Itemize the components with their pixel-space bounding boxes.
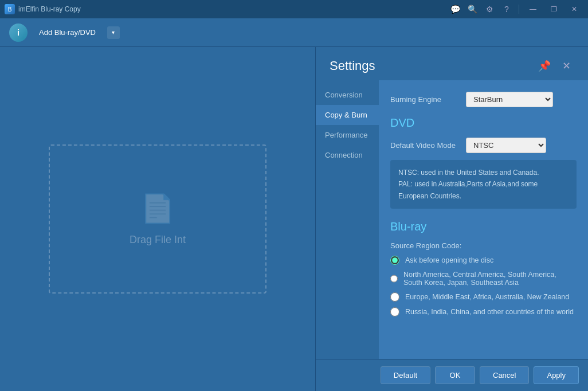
video-mode-select[interactable]: NTSC PAL <box>466 138 546 153</box>
settings-title: Settings <box>330 58 375 73</box>
titlebar: B imElfin Blu-ray Copy 💬 🔍 ⚙ ? — ❐ ✕ <box>0 0 588 18</box>
radio-ask-label: Ask before opening the disc <box>405 256 493 264</box>
burning-engine-row: Burning Engine StarBurn ImgBurn Windows … <box>390 92 577 107</box>
drop-icon: 📄 <box>140 193 175 225</box>
settings-header-controls: 📌 ✕ <box>535 58 574 73</box>
nav-item-performance[interactable]: Performance <box>316 125 379 145</box>
dvd-title: DVD <box>390 116 577 130</box>
help-icon-btn[interactable]: ? <box>499 3 514 15</box>
video-mode-info: NTSC: used in the United States and Cana… <box>390 160 577 209</box>
dvd-section: DVD Default Video Mode NTSC PAL NTSC: us… <box>390 116 577 209</box>
radio-region3[interactable]: Russia, India, China, and other countrie… <box>390 307 577 316</box>
titlebar-left: B imElfin Blu-ray Copy <box>5 4 81 14</box>
settings-pin-button[interactable]: 📌 <box>535 58 554 73</box>
radio-region2[interactable]: Europe, Middle East, Africa, Australia, … <box>390 292 577 302</box>
video-mode-row: Default Video Mode NTSC PAL <box>390 138 577 153</box>
settings-footer: Default OK Cancel Apply <box>316 359 588 391</box>
minimize-button[interactable]: — <box>524 3 542 15</box>
settings-close-button[interactable]: ✕ <box>559 58 574 73</box>
source-region-label: Source Region Code: <box>390 241 577 250</box>
info-line-2: PAL: used in Australia,Parts of Asia,and… <box>398 178 569 202</box>
radio-region1-label: North America, Central America, South Am… <box>403 271 577 287</box>
default-button[interactable]: Default <box>381 366 430 384</box>
radio-region2-input[interactable] <box>390 292 399 302</box>
info-line-1: NTSC: used in the United States and Cana… <box>398 167 569 178</box>
burning-engine-select[interactable]: StarBurn ImgBurn Windows Default <box>466 92 553 107</box>
divider <box>519 5 519 14</box>
maximize-button[interactable]: ❐ <box>544 3 563 15</box>
search-icon-btn[interactable]: 🔍 <box>465 3 480 15</box>
add-button-label: Add Blu-ray/DVD <box>39 28 96 37</box>
settings-nav: Conversion Copy & Burn Performance Conne… <box>316 80 379 359</box>
video-mode-label: Default Video Mode <box>390 141 459 150</box>
radio-region3-label: Russia, India, China, and other countrie… <box>405 308 574 316</box>
region-code-radio-group: Ask before opening the disc North Americ… <box>390 256 577 316</box>
close-icon: ✕ <box>562 60 571 72</box>
chat-icon-btn[interactable]: 💬 <box>448 3 462 15</box>
app-icon: B <box>5 4 15 14</box>
bluray-title: Blu-ray <box>390 220 577 233</box>
titlebar-toolbar-icons: 💬 🔍 ⚙ ? — ❐ ✕ <box>448 3 583 15</box>
main-area: 📄 Drag File Int Settings 📌 ✕ Conversion <box>0 47 588 391</box>
settings-icon-btn[interactable]: ⚙ <box>482 3 497 15</box>
radio-region1-input[interactable] <box>390 274 398 283</box>
add-dropdown-button[interactable]: ▾ <box>107 26 120 39</box>
drop-zone[interactable]: 📄 Drag File Int <box>49 144 266 294</box>
settings-body: Conversion Copy & Burn Performance Conne… <box>316 80 588 359</box>
radio-region1[interactable]: North America, Central America, South Am… <box>390 271 577 287</box>
radio-ask[interactable]: Ask before opening the disc <box>390 256 577 265</box>
radio-region3-input[interactable] <box>390 307 399 316</box>
toolbar: i Add Blu-ray/DVD ▾ <box>0 18 588 47</box>
drop-text: Drag File Int <box>130 234 186 246</box>
app-logo: i <box>9 24 28 42</box>
pin-icon: 📌 <box>538 60 551 72</box>
settings-panel: Settings 📌 ✕ Conversion Copy & Burn <box>315 47 588 391</box>
close-button[interactable]: ✕ <box>565 3 583 15</box>
nav-item-conversion[interactable]: Conversion <box>316 85 379 105</box>
nav-item-connection[interactable]: Connection <box>316 145 379 165</box>
burning-engine-label: Burning Engine <box>390 95 459 104</box>
add-bluray-dvd-button[interactable]: Add Blu-ray/DVD <box>34 26 100 39</box>
app-title: imElfin Blu-ray Copy <box>18 5 81 13</box>
apply-button[interactable]: Apply <box>534 366 579 384</box>
nav-item-copy-burn[interactable]: Copy & Burn <box>316 105 379 125</box>
radio-region2-label: Europe, Middle East, Africa, Australia, … <box>405 293 569 301</box>
settings-header: Settings 📌 ✕ <box>316 47 588 80</box>
radio-ask-input[interactable] <box>390 256 399 265</box>
cancel-button[interactable]: Cancel <box>480 366 529 384</box>
bluray-section: Blu-ray Source Region Code: Ask before o… <box>390 220 577 316</box>
settings-content: Burning Engine StarBurn ImgBurn Windows … <box>379 80 588 359</box>
dropdown-icon: ▾ <box>112 29 115 36</box>
drop-panel: 📄 Drag File Int <box>0 47 315 391</box>
ok-button[interactable]: OK <box>435 366 475 384</box>
